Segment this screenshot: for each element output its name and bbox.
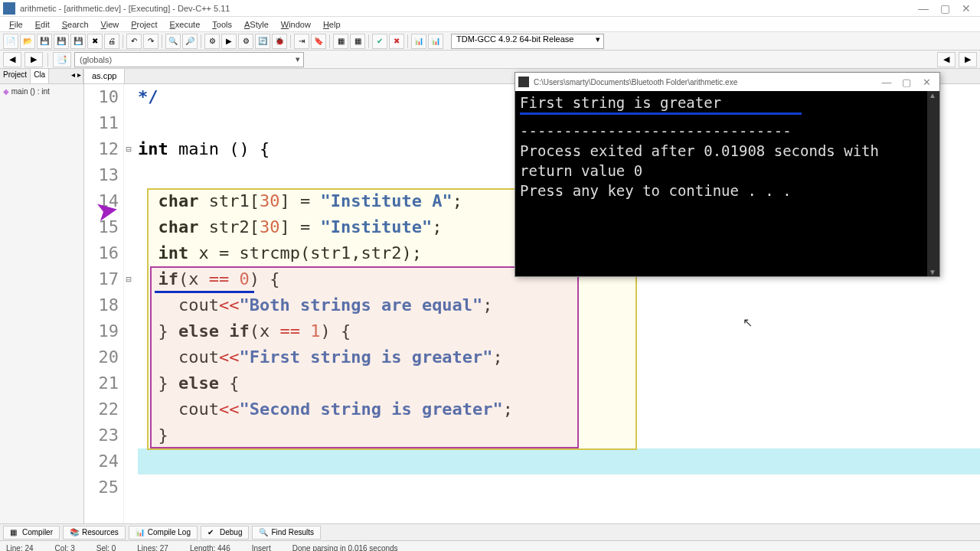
status-lines: Lines: 27 (137, 544, 168, 551)
menu-file[interactable]: File (3, 18, 29, 31)
replace-icon[interactable]: 🔎 (182, 34, 198, 49)
grid2-icon[interactable]: ▦ (350, 34, 365, 49)
run-icon[interactable]: ▶ (221, 34, 237, 49)
tab-findresults[interactable]: 🔍Find Results (252, 526, 321, 540)
app-icon (3, 2, 15, 15)
nav-fwd-icon[interactable]: ▶ (24, 52, 43, 67)
maximize-button[interactable]: ▢ (934, 1, 956, 16)
print-icon[interactable]: 🖨 (104, 34, 119, 49)
underline-annotation (155, 291, 254, 293)
redo-icon[interactable]: ↷ (143, 34, 158, 49)
check-icon[interactable]: ✔ (372, 34, 387, 49)
tab-compiler[interactable]: ▦Compiler (3, 526, 60, 540)
console-maximize-button[interactable]: ▢ (897, 77, 916, 88)
new-file-icon[interactable]: 📄 (3, 34, 18, 49)
console-icon (518, 77, 529, 87)
globals-dropdown[interactable]: (globals) (74, 52, 304, 67)
menu-window[interactable]: Window (275, 18, 317, 31)
menu-execute[interactable]: Execute (164, 18, 207, 31)
minimize-button[interactable]: — (913, 1, 934, 16)
open-icon[interactable]: 📂 (20, 34, 35, 49)
status-insert: Insert (252, 544, 271, 551)
debug-icon[interactable]: 🐞 (272, 34, 287, 49)
console-title: C:\Users\smarty\Documents\Bluetooth Fold… (534, 78, 877, 86)
console-close-button[interactable]: ✕ (916, 77, 936, 88)
status-bar: Line: 24 Col: 3 Sel: 0 Lines: 27 Length:… (0, 540, 980, 551)
console-titlebar[interactable]: C:\Users\smarty\Documents\Bluetooth Fold… (515, 73, 939, 91)
compile-run-icon[interactable]: ⚙ (238, 34, 253, 49)
mouse-cursor-icon: ↖ (743, 315, 753, 330)
saveall-icon[interactable]: 💾 (54, 34, 69, 49)
side-panel: Project Cla ◂ ▸ main () : int (0, 69, 84, 523)
console-underline-annotation (520, 112, 802, 115)
compile-icon[interactable]: ⚙ (204, 34, 220, 49)
nav-back-icon[interactable]: ◀ (3, 52, 21, 67)
find-icon[interactable]: 🔍 (165, 34, 181, 49)
save-icon[interactable]: 💾 (37, 34, 52, 49)
menu-edit[interactable]: Edit (29, 18, 56, 31)
tab-compilelog[interactable]: 📊Compile Log (129, 526, 198, 540)
console-output: First string is greater ----------------… (515, 91, 939, 276)
menu-search[interactable]: Search (56, 18, 95, 31)
window-title: arithmetic - [arithmetic.dev] - [Executi… (20, 4, 913, 13)
goto-icon[interactable]: ⇥ (294, 34, 309, 49)
grid-icon[interactable]: ▦ (333, 34, 348, 49)
status-done: Done parsing in 0.016 seconds (292, 544, 398, 551)
toolbar-main: 📄 📂 💾 💾 💾 ✖ 🖨 ↶ ↷ 🔍 🔎 ⚙ ▶ ⚙ 🔄 🐞 ⇥ 🔖 ▦ ▦ … (0, 32, 980, 51)
cancel-icon[interactable]: ✖ (389, 34, 404, 49)
toolbar-secondary: ◀ ▶ 📑 (globals) ◀ ▶ (0, 51, 980, 69)
bookmark-list-icon[interactable]: 📑 (53, 52, 71, 67)
status-col: Col: 3 (55, 544, 75, 551)
tab-debug[interactable]: ✔Debug (201, 526, 249, 540)
compiler-select[interactable]: TDM-GCC 4.9.2 64-bit Release (451, 34, 604, 49)
tab-project[interactable]: Project (0, 69, 31, 83)
menu-view[interactable]: View (95, 18, 126, 31)
nav2-back-icon[interactable]: ◀ (937, 52, 956, 67)
window-titlebar: arithmetic - [arithmetic.dev] - [Executi… (0, 0, 980, 17)
tab-scroll-arrows[interactable]: ◂ ▸ (70, 69, 83, 83)
menu-tools[interactable]: Tools (206, 18, 238, 31)
fold-gutter[interactable]: ⊟⊟ (124, 84, 133, 523)
status-sel: Sel: 0 (96, 544, 116, 551)
menu-help[interactable]: Help (317, 18, 347, 31)
class-item-main[interactable]: main () : int (3, 87, 80, 96)
console-window[interactable]: C:\Users\smarty\Documents\Bluetooth Fold… (514, 72, 940, 277)
status-line: Line: 24 (6, 544, 34, 551)
menubar: File Edit Search View Project Execute To… (0, 17, 980, 32)
nav2-fwd-icon[interactable]: ▶ (959, 52, 977, 67)
tab-classes[interactable]: Cla (31, 69, 49, 83)
menu-project[interactable]: Project (125, 18, 163, 31)
undo-icon[interactable]: ↶ (126, 34, 142, 49)
chart2-icon[interactable]: 📊 (428, 34, 443, 49)
console-minimize-button[interactable]: — (877, 77, 897, 88)
chart-icon[interactable]: 📊 (411, 34, 426, 49)
close-button[interactable]: ✕ (956, 1, 977, 16)
status-length: Length: 446 (190, 544, 230, 551)
bottom-tabs: ▦Compiler 📚Resources 📊Compile Log ✔Debug… (0, 523, 980, 540)
menu-astyle[interactable]: AStyle (238, 18, 275, 31)
line-numbers: 10111213141516171819202122232425 (84, 84, 124, 523)
console-scrollbar[interactable] (927, 91, 939, 276)
bookmark-icon[interactable]: 🔖 (311, 34, 326, 49)
close-file-icon[interactable]: ✖ (87, 34, 103, 49)
rebuild-icon[interactable]: 🔄 (255, 34, 270, 49)
saveas-icon[interactable]: 💾 (70, 34, 86, 49)
editor-tab[interactable]: as.cpp (84, 69, 125, 83)
tab-resources[interactable]: 📚Resources (63, 526, 126, 540)
